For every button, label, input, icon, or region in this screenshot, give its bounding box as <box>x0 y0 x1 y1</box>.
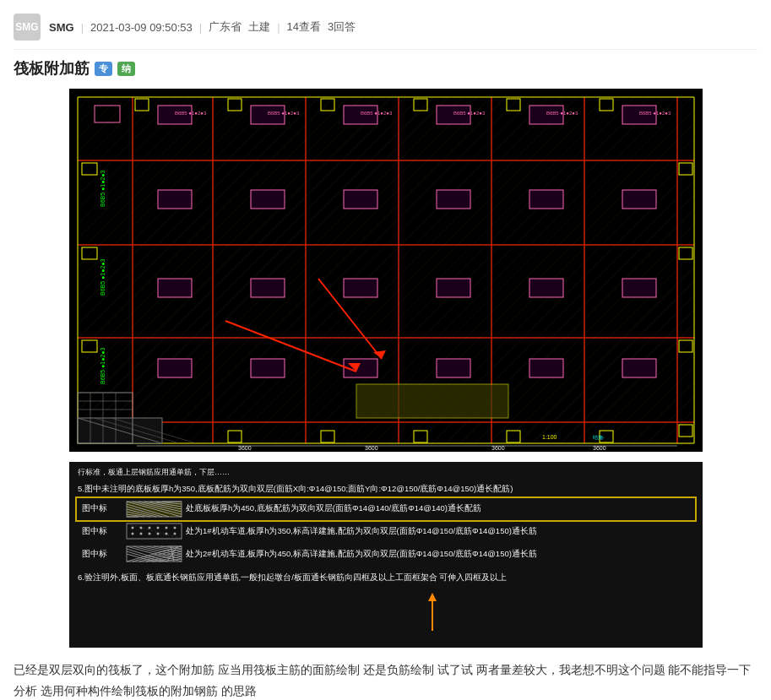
svg-text:结施-: 结施- <box>593 435 605 440</box>
svg-point-119 <box>156 527 159 529</box>
svg-text:3600: 3600 <box>593 445 606 451</box>
svg-text:处为2#机动车道,板厚h为450,标高详建施,配筋为双向双层: 处为2#机动车道,板厚h为450,标高详建施,配筋为双向双层(面筋Φ14@150… <box>186 549 537 558</box>
svg-point-116 <box>131 527 133 529</box>
svg-rect-48 <box>529 359 563 377</box>
answer-count: 3回答 <box>328 19 356 35</box>
svg-point-121 <box>173 527 176 529</box>
svg-text:B6B5 ●1●2●3: B6B5 ●1●2●3 <box>100 170 106 207</box>
cad-svg-2: 行标准，板通上层钢筋应用通单筋，下层…… 5.图中未注明的底板板厚h为350,底… <box>69 462 703 648</box>
svg-text:B6B5 ●1●2●3: B6B5 ●1●2●3 <box>546 111 578 116</box>
view-count: 14查看 <box>287 19 321 35</box>
svg-text:处为1#机动车道,板厚h为350,标高详建施,配筋为双向双层: 处为1#机动车道,板厚h为350,标高详建施,配筋为双向双层(面筋Φ14@150… <box>186 526 537 535</box>
svg-text:1:100: 1:100 <box>542 434 557 440</box>
page-container: SMG SMG | 2021-03-09 09:50:53 | 广东省 土建 |… <box>0 0 771 700</box>
cad-image-container-1: B6B5 ●1●2●3 B6B5 ●1●2●3 B6B5 ●1●2●3 B6B5… <box>14 89 757 452</box>
svg-point-127 <box>173 533 176 535</box>
svg-text:图中标: 图中标 <box>82 503 107 513</box>
svg-rect-39 <box>251 279 285 297</box>
post-body: 已经是双层双向的筏板了，这个附加筋 应当用筏板主筋的面筋绘制 还是负筋绘制 试了… <box>14 659 757 700</box>
svg-text:处底板板厚h为450,底板配筋为双向双层(面筋Φ14@140: 处底板板厚h为450,底板配筋为双向双层(面筋Φ14@140/底筋Φ14@140… <box>186 503 481 513</box>
svg-text:3600: 3600 <box>365 445 378 451</box>
svg-point-126 <box>165 533 167 535</box>
svg-rect-44 <box>158 359 192 377</box>
svg-text:行标准，板通上层钢筋应用通单筋，下层……: 行标准，板通上层钢筋应用通单筋，下层…… <box>78 468 230 476</box>
cad-svg-1: B6B5 ●1●2●3 B6B5 ●1●2●3 B6B5 ●1●2●3 B6B5… <box>69 89 703 452</box>
svg-rect-40 <box>344 279 377 297</box>
svg-point-125 <box>156 533 159 535</box>
svg-text:6.验注明外,板面、板底通长钢筋应用通单筋,一般扣起墩台/板: 6.验注明外,板面、板底通长钢筋应用通单筋,一般扣起墩台/板面通长钢筋向四框及以… <box>78 572 507 582</box>
post-body-text: 已经是双层双向的筏板了，这个附加筋 应当用筏板主筋的面筋绘制 还是负筋绘制 试了… <box>14 663 751 697</box>
post-title: 筏板附加筋 专 纳 <box>14 58 757 79</box>
svg-rect-33 <box>251 190 285 209</box>
svg-rect-42 <box>529 279 563 297</box>
svg-rect-45 <box>251 359 285 377</box>
svg-text:图中标: 图中标 <box>82 549 107 558</box>
svg-rect-35 <box>437 190 470 209</box>
svg-rect-49 <box>622 359 656 377</box>
svg-point-124 <box>148 533 150 535</box>
username: SMG <box>49 21 74 34</box>
svg-text:5.图中未注明的底板板厚h为350,底板配筋为双向双层(面筋: 5.图中未注明的底板板厚h为350,底板配筋为双向双层(面筋X向:Φ14@150… <box>78 484 513 493</box>
svg-text:B6B5 ●1●2●3: B6B5 ●1●2●3 <box>361 111 393 116</box>
svg-text:B6B5 ●1●2●3: B6B5 ●1●2●3 <box>453 111 486 116</box>
cad-image-container-2: 行标准，板通上层钢筋应用通单筋，下层…… 5.图中未注明的底板板厚h为350,底… <box>14 462 757 648</box>
avatar: SMG <box>14 14 41 41</box>
cad-image-1: B6B5 ●1●2●3 B6B5 ●1●2●3 B6B5 ●1●2●3 B6B5… <box>69 89 703 452</box>
svg-point-120 <box>165 527 167 529</box>
post-date: 2021-03-09 09:50:53 <box>90 21 193 34</box>
svg-text:B6B5 ●1●2●3: B6B5 ●1●2●3 <box>100 347 106 384</box>
svg-text:3600: 3600 <box>491 445 505 451</box>
svg-rect-32 <box>158 190 192 209</box>
svg-point-118 <box>148 527 150 529</box>
svg-rect-91 <box>356 384 508 418</box>
location-type: 土建 <box>248 19 270 35</box>
svg-rect-37 <box>622 190 656 209</box>
svg-rect-47 <box>437 359 470 377</box>
svg-text:B6B5 ●1●2●3: B6B5 ●1●2●3 <box>175 111 207 116</box>
badge-collect: 纳 <box>117 62 135 76</box>
svg-text:图中标: 图中标 <box>82 526 107 535</box>
svg-rect-34 <box>344 190 377 209</box>
header-bar: SMG SMG | 2021-03-09 09:50:53 | 广东省 土建 |… <box>14 8 757 50</box>
svg-text:B6B5 ●1●2●3: B6B5 ●1●2●3 <box>100 258 106 296</box>
svg-point-123 <box>139 533 142 535</box>
svg-text:3600: 3600 <box>238 445 252 451</box>
svg-rect-41 <box>437 279 470 297</box>
location-province: 广东省 <box>209 19 242 35</box>
badge-expert: 专 <box>95 62 112 76</box>
header-meta: SMG | 2021-03-09 09:50:53 | 广东省 土建 | 14查… <box>49 19 356 35</box>
svg-rect-38 <box>158 279 192 297</box>
svg-rect-36 <box>529 190 563 209</box>
svg-text:B6B5 ●1●2●3: B6B5 ●1●2●3 <box>268 111 300 116</box>
svg-text:B6B5 ●1●2●3: B6B5 ●1●2●3 <box>639 111 671 116</box>
svg-point-117 <box>139 527 142 529</box>
svg-rect-43 <box>622 279 656 297</box>
svg-point-122 <box>131 533 133 535</box>
cad-image-2: 行标准，板通上层钢筋应用通单筋，下层…… 5.图中未注明的底板板厚h为350,底… <box>69 462 703 648</box>
